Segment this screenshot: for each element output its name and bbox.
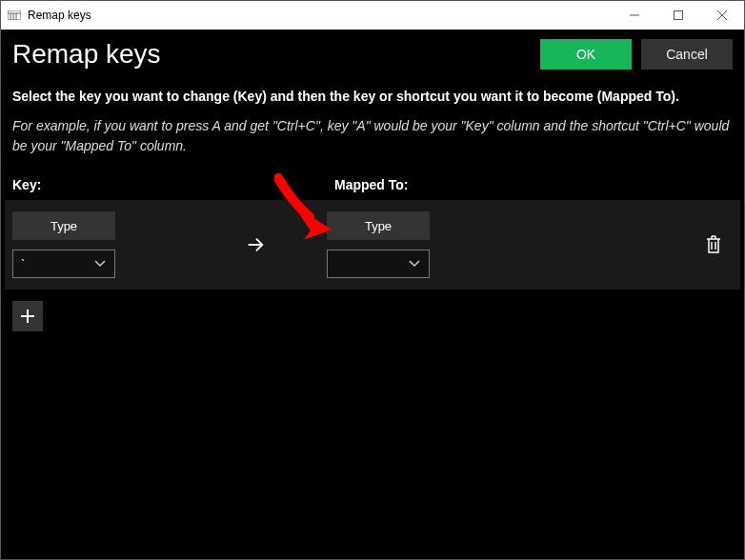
column-headers: Key: Mapped To: <box>1 156 744 200</box>
chevron-down-icon <box>93 260 107 268</box>
instruction-example: For example, if you want to press A and … <box>12 116 733 156</box>
key-cell: Type ` <box>12 211 184 278</box>
app-icon <box>7 8 22 23</box>
mapped-select[interactable] <box>327 250 430 278</box>
mapped-type-button[interactable]: Type <box>327 211 430 240</box>
header: Remap keys OK Cancel <box>1 30 744 77</box>
maximize-button[interactable] <box>656 1 700 30</box>
column-header-mapped: Mapped To: <box>334 177 733 192</box>
add-mapping-button[interactable] <box>12 301 43 331</box>
page-title: Remap keys <box>12 39 531 70</box>
mapped-cell: Type <box>327 211 498 278</box>
window-title: Remap keys <box>28 9 91 22</box>
arrow-icon <box>184 234 327 255</box>
titlebar: Remap keys <box>1 1 744 30</box>
instructions: Select the key you want to change (Key) … <box>1 77 744 156</box>
chevron-down-icon <box>408 260 421 268</box>
svg-rect-6 <box>675 11 683 20</box>
key-type-button[interactable]: Type <box>12 211 115 240</box>
key-select[interactable]: ` <box>12 250 115 278</box>
delete-row-button[interactable] <box>695 235 733 254</box>
instruction-primary: Select the key you want to change (Key) … <box>12 87 733 107</box>
mapping-row: Type ` Type <box>5 200 740 290</box>
minimize-button[interactable] <box>613 1 656 30</box>
ok-button[interactable]: OK <box>540 39 632 70</box>
svg-rect-0 <box>8 10 21 20</box>
column-header-key: Key: <box>12 177 334 192</box>
key-select-value: ` <box>21 257 93 271</box>
cancel-button[interactable]: Cancel <box>641 39 733 70</box>
close-button[interactable] <box>700 1 744 30</box>
